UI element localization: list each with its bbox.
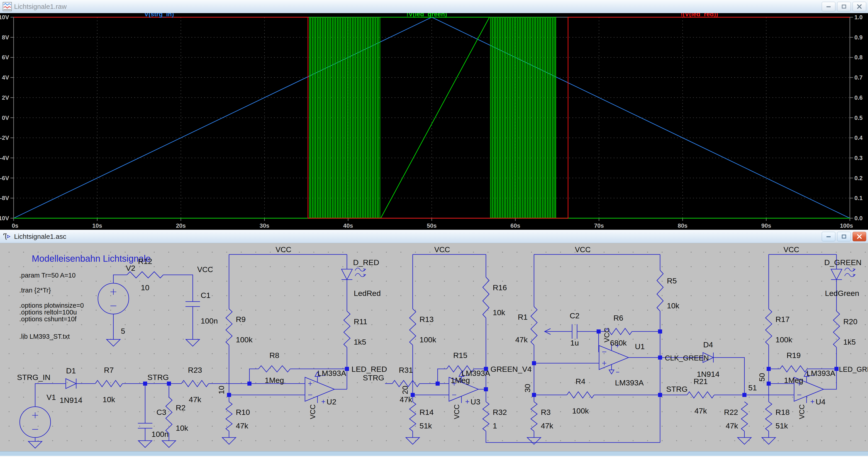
net-label-led-green[interactable]: LED_GREEN (839, 365, 868, 373)
schematic-titlebar[interactable]: Lichtsignale1.asc (0, 230, 868, 243)
spice-directive[interactable]: .tran {2*Tr} (19, 287, 51, 294)
value-R13[interactable]: 100k (420, 335, 436, 344)
node-label-10[interactable]: 10 (217, 386, 226, 394)
label-R31[interactable]: R31 (399, 366, 413, 374)
label-C1[interactable]: C1 (201, 291, 210, 299)
label-R5[interactable]: R5 (667, 276, 677, 285)
label-U4[interactable]: U4 (816, 397, 825, 406)
spice-directive[interactable]: .options cshunt=10f (19, 316, 76, 323)
net-label-strg[interactable]: STRG (363, 373, 384, 382)
label-D_RED[interactable]: D_RED (353, 258, 379, 267)
label-R21[interactable]: R21 (694, 377, 708, 386)
value-D_GREEN[interactable]: LedGreen (825, 289, 859, 297)
value-R8[interactable]: 1Meg (265, 376, 284, 385)
model-U4[interactable]: LM393A (807, 369, 835, 378)
net-label-led-red[interactable]: LED_RED (351, 365, 387, 373)
vcc-net-label[interactable]: VCC (276, 246, 291, 254)
value-D_RED[interactable]: LedRed (354, 289, 381, 297)
spice-directive[interactable]: .options plotwinsize=0 (19, 302, 84, 309)
spice-directive[interactable]: .lib LM393_ST.txt (19, 333, 70, 340)
label-C3[interactable]: C3 (156, 408, 166, 417)
label-R20[interactable]: R20 (843, 317, 857, 326)
model-U2[interactable]: LM393A (317, 369, 346, 378)
close-icon[interactable] (852, 2, 866, 11)
minimize-icon[interactable] (822, 232, 835, 241)
label-R1[interactable]: R1 (518, 313, 528, 321)
value-R18[interactable]: 51k (775, 421, 788, 430)
label-R22[interactable]: R22 (724, 408, 738, 417)
schematic-heading[interactable]: Modelleisenbahn Lichtsignale (32, 254, 151, 263)
label-R14[interactable]: R14 (420, 408, 434, 417)
label-R32[interactable]: R32 (493, 408, 507, 417)
value-R22[interactable]: 47k (725, 421, 738, 430)
schematic-canvas[interactable]: Modelleisenbahn Lichtsignale.param Tr=50… (0, 243, 868, 452)
net-label-strg[interactable]: STRG (147, 373, 169, 382)
net-label-strg[interactable]: STRG (666, 385, 687, 393)
value-R3[interactable]: 47k (541, 421, 554, 430)
value-R21[interactable]: 47k (694, 406, 707, 415)
trace-label[interactable]: !(V(led_red)) (681, 13, 718, 18)
label-V2[interactable]: V2 (126, 264, 135, 272)
maximize-icon[interactable] (837, 232, 851, 241)
label-R4[interactable]: R4 (576, 377, 585, 386)
label-R2[interactable]: R2 (176, 403, 185, 412)
value-R32[interactable]: 1 (493, 421, 497, 430)
value-R1[interactable]: 47k (515, 335, 528, 344)
label-C2[interactable]: C2 (569, 311, 579, 320)
label-R3[interactable]: R3 (541, 408, 551, 417)
label-R12[interactable]: R12 (138, 257, 152, 265)
node-label-20[interactable]: 20 (401, 386, 409, 394)
value-R14[interactable]: 51k (420, 421, 432, 430)
spice-directive[interactable]: .options reltol=100u (19, 308, 77, 316)
spice-directive[interactable]: .param Tr=50 A=10 (19, 272, 75, 279)
label-R7[interactable]: R7 (104, 366, 114, 374)
value-R10[interactable]: 47k (236, 421, 249, 430)
label-R13[interactable]: R13 (420, 315, 434, 324)
label-R6[interactable]: R6 (613, 314, 623, 322)
value-R19[interactable]: 1Meg (784, 376, 803, 385)
model-U3[interactable]: LM393A (461, 369, 490, 378)
label-R11[interactable]: R11 (354, 317, 367, 326)
value-R31[interactable]: 47k (400, 395, 412, 404)
label-U3[interactable]: U3 (470, 397, 480, 406)
vcc-net-label[interactable]: VCC (783, 246, 799, 254)
trace-label[interactable]: !V(led_green) (406, 13, 447, 18)
label-R23[interactable]: R23 (188, 366, 202, 374)
value-C2[interactable]: 1u (570, 338, 579, 347)
value-R9[interactable]: 100k (236, 335, 253, 344)
net-label-green-v4[interactable]: GREEN_V4 (491, 365, 531, 373)
node-label-30[interactable]: 30 (523, 384, 532, 392)
value-C3[interactable]: 100n (152, 430, 169, 438)
node-label-50[interactable]: 50 (757, 373, 766, 382)
net-label-strg-in[interactable]: STRG_IN (17, 373, 50, 382)
label-D1[interactable]: D1 (66, 366, 76, 375)
model-U1[interactable]: LM393A (615, 379, 644, 387)
vcc-net-label[interactable]: VCC (197, 265, 213, 274)
label-R16[interactable]: R16 (493, 283, 507, 292)
label-U2[interactable]: U2 (327, 397, 336, 406)
waveform-plot-area[interactable]: 10V8V6V4V2V0V-2V-4V-6V-8V-10V1.00.90.80.… (0, 13, 868, 230)
label-R10[interactable]: R10 (236, 408, 250, 417)
vcc-net-label[interactable]: VCC (434, 246, 450, 254)
label-D_GREEN[interactable]: D_GREEN (824, 258, 861, 267)
value-R20[interactable]: 1k5 (843, 337, 856, 346)
vcc-net-label[interactable]: VCC (575, 246, 591, 254)
label-D4[interactable]: D4 (703, 340, 713, 349)
maximize-icon[interactable] (837, 2, 851, 11)
value-R16[interactable]: 10k (493, 308, 505, 317)
close-icon[interactable] (852, 232, 866, 241)
waveform-plot[interactable]: 10V8V6V4V2V0V-2V-4V-6V-8V-10V1.00.90.80.… (0, 13, 868, 230)
value-R2[interactable]: 10k (176, 424, 188, 432)
label-V1[interactable]: V1 (46, 393, 56, 401)
label-U1[interactable]: U1 (635, 342, 645, 351)
label-R19[interactable]: R19 (786, 351, 801, 360)
node-label-51[interactable]: 51 (748, 383, 757, 392)
minimize-icon[interactable] (822, 2, 835, 11)
label-R17[interactable]: R17 (775, 315, 789, 324)
value-R4[interactable]: 100k (572, 406, 589, 415)
value-D1[interactable]: 1N914 (60, 396, 82, 404)
value-R17[interactable]: 100k (775, 335, 793, 344)
value-R5[interactable]: 10k (667, 301, 680, 310)
label-R15[interactable]: R15 (453, 351, 467, 360)
value-V2[interactable]: 5 (121, 327, 125, 335)
